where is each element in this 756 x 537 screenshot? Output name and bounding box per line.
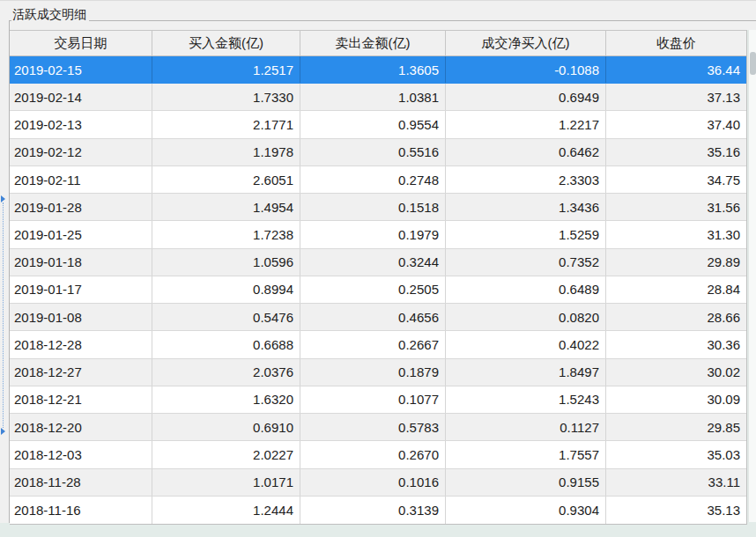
cell-value: 28.84 [606, 276, 746, 303]
table-row[interactable]: 2019-02-132.17710.95541.221737.40 [10, 111, 746, 138]
cell-value: 0.9304 [446, 497, 606, 524]
cell-trade-date: 2019-01-08 [10, 304, 152, 330]
table-row[interactable]: 2018-12-272.03760.18791.849730.02 [10, 359, 746, 386]
cell-value: 35.13 [606, 497, 746, 524]
cell-trade-date: 2018-12-20 [10, 414, 152, 440]
app-panel: { "panel": { "title": "活跃成交明细" }, "table… [0, 0, 756, 537]
cell-trade-date: 2019-01-18 [10, 249, 152, 276]
cell-trade-date: 2019-02-13 [10, 111, 152, 137]
cell-value: 1.7238 [152, 221, 300, 247]
cell-value: 2.0227 [152, 441, 300, 467]
cell-value: 0.4022 [446, 331, 606, 357]
cell-value: 2.3303 [446, 166, 606, 193]
column-header[interactable]: 卖出金额(亿) [300, 31, 446, 55]
cell-value: 1.1978 [152, 139, 300, 166]
cell-value: 2.1771 [152, 111, 300, 137]
cell-value: 1.8497 [446, 359, 606, 386]
table-row[interactable]: 2019-02-151.25171.3605-0.108836.44 [10, 56, 746, 84]
cell-value: 1.7330 [152, 84, 300, 110]
panel-splitter-handle[interactable] [0, 195, 7, 435]
cell-value: 0.6489 [446, 276, 606, 303]
cell-trade-date: 2019-02-12 [10, 139, 152, 166]
table-row[interactable]: 2019-01-181.05960.32440.735229.89 [10, 249, 746, 276]
table-row[interactable]: 2018-12-211.63200.10771.524330.09 [10, 386, 746, 414]
cell-value: 0.6688 [152, 331, 300, 357]
table-row[interactable]: 2019-01-251.72380.19791.525931.30 [10, 221, 746, 248]
table-row[interactable]: 2018-11-281.01710.10160.915533.11 [10, 469, 746, 497]
scrollbar-thumb[interactable] [750, 52, 756, 75]
cell-trade-date: 2019-02-14 [10, 84, 152, 110]
cell-trade-date: 2019-02-15 [10, 56, 152, 83]
cell-value: 1.2444 [152, 497, 300, 524]
table-body: 2019-02-151.25171.3605-0.108836.442019-0… [10, 56, 746, 524]
cell-value: 0.5476 [152, 304, 300, 330]
cell-value: 1.5243 [446, 386, 606, 413]
cell-trade-date: 2019-01-25 [10, 221, 152, 247]
cell-value: 0.3139 [300, 497, 446, 524]
cell-value: 37.13 [606, 84, 746, 110]
trade-detail-table: 交易日期买入金额(亿)卖出金额(亿)成交净买入(亿)收盘价 2019-02-15… [10, 30, 747, 525]
column-header[interactable]: 成交净买入(亿) [446, 31, 606, 55]
cell-value: 36.44 [606, 56, 746, 83]
cell-value: 28.66 [606, 304, 746, 330]
table-row[interactable]: 2018-12-032.02270.26701.755735.03 [10, 441, 746, 468]
table-row[interactable]: 2018-11-161.24440.31390.930435.13 [10, 497, 746, 524]
cell-trade-date: 2019-01-28 [10, 194, 152, 220]
table-row[interactable]: 2018-12-280.66880.26670.402230.36 [10, 331, 746, 358]
cell-trade-date: 2018-11-28 [10, 469, 152, 496]
cell-value: 33.11 [606, 469, 746, 496]
cell-value: 29.89 [606, 249, 746, 276]
cell-value: 0.1077 [300, 386, 446, 413]
cell-value: 35.03 [606, 441, 746, 467]
cell-value: 0.6462 [446, 139, 606, 166]
cell-value: 0.4656 [300, 304, 446, 330]
cell-value: 0.2667 [300, 331, 446, 357]
cell-value: 0.2505 [300, 276, 446, 303]
cell-value: 0.6949 [446, 84, 606, 110]
table-row[interactable]: 2019-01-080.54760.46560.082028.66 [10, 304, 746, 331]
cell-value: 1.0381 [300, 84, 446, 110]
cell-value: 0.1979 [300, 221, 446, 247]
cell-value: 0.9554 [300, 111, 446, 137]
cell-value: 2.0376 [152, 359, 300, 386]
column-header[interactable]: 买入金额(亿) [152, 31, 300, 55]
column-header[interactable]: 交易日期 [10, 31, 152, 55]
table-row[interactable]: 2019-01-281.49540.15181.343631.56 [10, 194, 746, 221]
cell-trade-date: 2018-11-16 [10, 497, 152, 524]
collapse-arrow-bottom-icon[interactable] [1, 428, 5, 435]
cell-value: 1.2517 [152, 56, 300, 83]
cell-value: 1.6320 [152, 386, 300, 413]
cell-value: 0.0820 [446, 304, 606, 330]
table-row[interactable]: 2019-02-141.73301.03810.694937.13 [10, 84, 746, 111]
splitter-dotted-line [3, 202, 4, 428]
cell-value: 1.7557 [446, 441, 606, 467]
bottom-background-strip [0, 523, 756, 537]
cell-value: 34.75 [606, 166, 746, 193]
cell-trade-date: 2018-12-21 [10, 386, 152, 413]
cell-trade-date: 2019-02-11 [10, 166, 152, 193]
cell-value: 0.5783 [300, 414, 446, 440]
table-row[interactable]: 2019-02-121.19780.55160.646235.16 [10, 139, 746, 166]
cell-value: 30.02 [606, 359, 746, 386]
column-header[interactable]: 收盘价 [606, 31, 746, 55]
table-row[interactable]: 2019-01-170.89940.25050.648928.84 [10, 276, 746, 304]
vertical-scrollbar[interactable] [748, 30, 756, 522]
cell-trade-date: 2018-12-27 [10, 359, 152, 386]
cell-value: 2.6051 [152, 166, 300, 193]
cell-trade-date: 2018-12-28 [10, 331, 152, 357]
cell-value: -0.1088 [446, 56, 606, 83]
cell-value: 1.2217 [446, 111, 606, 137]
cell-value: 0.1127 [446, 414, 606, 440]
cell-value: 0.6910 [152, 414, 300, 440]
cell-trade-date: 2018-12-03 [10, 441, 152, 467]
collapse-arrow-top-icon[interactable] [1, 195, 5, 202]
cell-value: 30.09 [606, 386, 746, 413]
cell-value: 29.85 [606, 414, 746, 440]
table-row[interactable]: 2019-02-112.60510.27482.330334.75 [10, 166, 746, 194]
cell-value: 0.7352 [446, 249, 606, 276]
cell-value: 0.1518 [300, 194, 446, 220]
cell-value: 1.3436 [446, 194, 606, 220]
cell-trade-date: 2019-01-17 [10, 276, 152, 303]
cell-value: 0.8994 [152, 276, 300, 303]
table-row[interactable]: 2018-12-200.69100.57830.112729.85 [10, 414, 746, 441]
